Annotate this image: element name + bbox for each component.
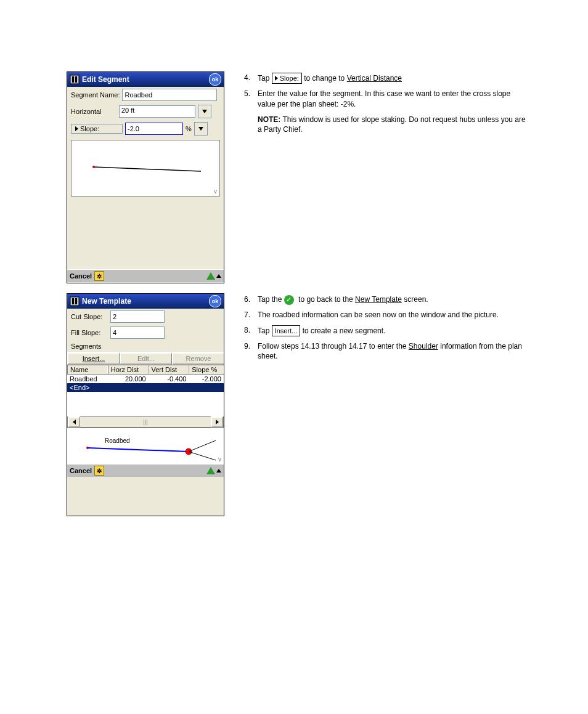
client-area: Cut Slope: Fill Slope: Segments Insert..… (67, 309, 224, 464)
check-icon: ✓ (284, 295, 294, 305)
table-row-selected[interactable]: <End> (67, 383, 224, 392)
horizontal-dropdown[interactable] (198, 105, 211, 118)
ok-button[interactable]: ok (209, 73, 221, 86)
step-number: 9. (244, 341, 253, 352)
svg-line-14 (189, 452, 216, 460)
window-title: Edit Segment (82, 75, 209, 84)
segment-name-label: Segment Name: (71, 91, 120, 99)
warning-icon[interactable] (206, 272, 215, 280)
note: NOTE: This window is used for slope stak… (258, 115, 528, 136)
up-arrow-icon[interactable] (216, 469, 221, 473)
step-9: 9. Follow steps 14.13 through 14.17 to e… (244, 341, 528, 362)
vertical-distance-link: Vertical Distance (347, 74, 402, 83)
v-marker: v (214, 188, 217, 195)
cut-slope-label: Cut Slope: (71, 313, 108, 320)
preview-segment-label: Roadbed (105, 437, 130, 444)
v-marker: v (218, 456, 221, 463)
svg-rect-2 (75, 76, 77, 83)
step-number: 4. (244, 73, 253, 83)
insert-button[interactable]: Insert... (67, 352, 120, 365)
fill-slope-input[interactable] (110, 327, 165, 339)
client-area: Segment Name: Horizontal 20 ft Slope: % (67, 87, 224, 269)
statusbar: Cancel ✲ (67, 464, 224, 477)
segment-toolbar: Insert... Edit... Remove (67, 352, 224, 365)
cut-slope-input[interactable] (110, 310, 165, 323)
new-template-link: New Template (355, 295, 402, 304)
titlebar: Edit Segment ok (67, 72, 224, 87)
svg-rect-9 (75, 298, 77, 304)
new-template-window: New Template ok Cut Slope: Fill Slope: S… (67, 293, 224, 516)
edit-button[interactable]: Edit... (120, 352, 172, 365)
slope-dropdown[interactable] (194, 122, 208, 136)
note-title: NOTE: (258, 115, 280, 124)
cancel-button[interactable]: Cancel (70, 467, 92, 474)
svg-marker-4 (198, 127, 203, 131)
ok-button[interactable]: ok (209, 295, 221, 307)
svg-marker-3 (202, 110, 207, 113)
statusbar: Cancel ✲ (67, 269, 224, 282)
cell-slope: -2.000 (189, 375, 224, 383)
svg-rect-7 (70, 297, 79, 306)
window-title: New Template (82, 297, 209, 306)
col-slope[interactable]: Slope % (189, 365, 224, 374)
slope-toggle-button[interactable]: Slope: (71, 124, 123, 134)
t: screen. (404, 295, 428, 304)
col-vert[interactable]: Vert Dist (149, 365, 189, 374)
col-name[interactable]: Name (67, 365, 108, 374)
col-horz[interactable]: Horz Dist (108, 365, 149, 374)
up-arrow-icon[interactable] (216, 274, 221, 278)
slope-unit: % (186, 125, 192, 132)
segments-label: Segments (71, 343, 102, 350)
segment-name-input[interactable] (122, 89, 217, 101)
t: Follow steps 14.13 through 14.17 to ente… (258, 342, 409, 351)
t: to change to (304, 74, 346, 83)
slope-input[interactable] (125, 123, 183, 135)
scroll-right-button[interactable] (211, 416, 223, 428)
titlebar: New Template ok (67, 294, 224, 309)
star-icon[interactable]: ✲ (94, 271, 104, 281)
cell-vert: -0.400 (149, 375, 189, 383)
step-4: 4. Tap Slope: to change to Vertical Dist… (244, 73, 528, 84)
warning-icon[interactable] (206, 467, 215, 474)
svg-rect-1 (72, 76, 74, 83)
t: Enter the value for the segment. In this… (258, 89, 528, 110)
segment-preview: v (71, 140, 220, 197)
scroll-thumb[interactable]: ||| (143, 419, 147, 425)
svg-rect-8 (72, 298, 74, 304)
step-number: 8. (244, 325, 253, 336)
t: Tap (258, 74, 272, 83)
shoulder-ref: Shoulder (409, 342, 438, 351)
scroll-track[interactable]: ||| (80, 419, 211, 425)
cell-name: Roadbed (67, 375, 108, 383)
horizontal-scrollbar[interactable]: ||| (67, 416, 224, 428)
t: Tap the (258, 295, 284, 304)
step-5: 5. Enter the value for the segment. In t… (244, 89, 528, 110)
remove-button[interactable]: Remove (172, 352, 224, 365)
cancel-button[interactable]: Cancel (70, 272, 92, 280)
t: The roadbed information can be seen now … (258, 310, 499, 320)
note-body: This window is used for slope staking. D… (258, 115, 526, 134)
step-6: 6. Tap the ✓ to go back to the New Templ… (244, 294, 528, 305)
fill-slope-label: Fill Slope: (71, 329, 108, 336)
instructions-2: 6. Tap the ✓ to go back to the New Templ… (244, 294, 528, 367)
star-icon[interactable]: ✲ (94, 466, 104, 476)
slope-button-label: Slope: (80, 125, 99, 132)
play-icon (75, 126, 78, 131)
step-number: 5. (244, 89, 253, 99)
t: Tap (258, 327, 272, 335)
step-7: 7. The roadbed information can be seen n… (244, 310, 528, 320)
table-row[interactable]: Roadbed 20.000 -0.400 -2.000 (67, 375, 224, 383)
step-number: 7. (244, 310, 253, 320)
scroll-left-button[interactable] (68, 416, 80, 428)
horizontal-value[interactable]: 20 ft (119, 105, 195, 118)
cell-horz: 20.000 (108, 375, 149, 383)
t: to go back to the (298, 295, 355, 304)
app-icon (70, 75, 80, 84)
slope-button-ref: Slope: (272, 73, 302, 84)
cell-end: <End> (67, 383, 220, 392)
insert-button-ref: Insert... (272, 325, 301, 336)
t: to create a new segment. (303, 327, 386, 335)
svg-line-6 (94, 167, 201, 171)
svg-line-13 (189, 440, 216, 452)
grid-header: Name Horz Dist Vert Dist Slope % (67, 365, 224, 375)
